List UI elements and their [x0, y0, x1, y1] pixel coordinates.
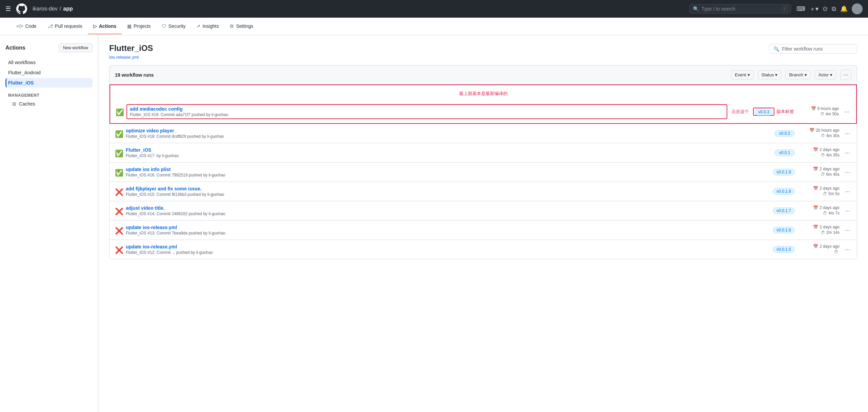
- run-more-button[interactable]: ···: [843, 107, 851, 117]
- issues-icon[interactable]: ⊙: [823, 5, 828, 13]
- table-row: ❌ update ios-release.yml Flutter_iOS #13…: [110, 221, 857, 240]
- run-name[interactable]: Flutter_iOS: [126, 147, 770, 153]
- run-time: 📅 2 days ago ⏱ 4m 35s: [799, 147, 840, 158]
- sidebar: Actions New workflow All workflows Flutt…: [0, 35, 98, 412]
- run-info: update ios-release.yml Flutter_iOS #12: …: [126, 244, 769, 255]
- run-time: 📅 2 days ago ⏱ 2m 14s: [799, 225, 840, 236]
- nav-label-settings: Settings: [236, 23, 253, 29]
- run-name[interactable]: add mediacodec config: [130, 106, 724, 112]
- sidebar-item-caches[interactable]: ⊞ Caches: [5, 99, 93, 109]
- run-status-icon: ❌: [115, 227, 122, 233]
- more-options-button[interactable]: ···: [840, 70, 851, 80]
- search-input[interactable]: [702, 6, 780, 12]
- nav-item-insights[interactable]: ↗ Insights: [191, 19, 224, 34]
- nav-item-security[interactable]: 🛡 Security: [156, 19, 191, 34]
- clock-icon: ⏱: [821, 133, 825, 138]
- run-status-icon: ✅: [115, 149, 122, 156]
- run-meta: Flutter_iOS #13: Commit 7bea9da pushed b…: [126, 231, 769, 236]
- pullrequest-icon[interactable]: ⧉: [832, 5, 836, 13]
- actor-chevron-icon: ▾: [830, 72, 832, 77]
- run-more-button[interactable]: ···: [844, 167, 851, 177]
- run-duration: 4m 35s: [826, 153, 840, 157]
- nav-item-settings[interactable]: ⚙ Settings: [224, 19, 259, 34]
- nav-item-projects[interactable]: ▦ Projects: [122, 19, 156, 34]
- filter-input[interactable]: [782, 46, 853, 52]
- nav-label-actions: Actions: [99, 23, 116, 29]
- caches-label: Caches: [19, 101, 35, 107]
- status-chevron-icon: ▾: [775, 72, 777, 77]
- table-row: ❌ update ios-release.yml Flutter_iOS #12…: [110, 240, 857, 259]
- run-name[interactable]: adjust video title.: [126, 205, 769, 211]
- run-more-button[interactable]: ···: [844, 245, 851, 255]
- event-filter-label: Event: [735, 72, 746, 77]
- caches-icon: ⊞: [12, 101, 16, 107]
- version-badge: v0.0.3: [754, 109, 773, 115]
- nav-item-code[interactable]: </> Code: [11, 19, 42, 34]
- branch-filter-button[interactable]: Branch ▾: [785, 70, 810, 79]
- nav-item-actions[interactable]: ▷ Actions: [88, 19, 122, 34]
- run-status-icon: ❌: [115, 207, 122, 214]
- code-icon: </>: [16, 23, 23, 29]
- annotation-click-note: 点击这个: [731, 109, 749, 115]
- run-more-button[interactable]: ···: [844, 148, 851, 158]
- run-more-button[interactable]: ···: [844, 225, 851, 235]
- run-time: 📅 9 hours ago ⏱ 4m 50s: [798, 106, 839, 117]
- new-workflow-button[interactable]: New workflow: [59, 43, 93, 52]
- event-filter-button[interactable]: Event ▾: [731, 70, 753, 79]
- nav-item-pullrequests[interactable]: ⎇ Pull requests: [42, 19, 88, 34]
- svg-point-0: [855, 5, 860, 10]
- version-badge: v0.0.1.5: [773, 246, 795, 253]
- avatar[interactable]: [852, 3, 863, 14]
- nav-label-pullrequests: Pull requests: [55, 23, 82, 29]
- run-more-button[interactable]: ···: [844, 129, 851, 138]
- sidebar-item-flutter-ios[interactable]: Flutter_iOS: [5, 78, 93, 88]
- version-badge: v0.0.1: [774, 149, 795, 156]
- run-time-ago: 2 days ago: [820, 225, 840, 229]
- annotation-top-note: 最上面基本是最新编译的: [459, 91, 508, 97]
- run-time-ago: 2 days ago: [820, 186, 840, 191]
- calendar-icon: 📅: [811, 106, 816, 111]
- actions-nav-icon: ▷: [93, 23, 97, 29]
- table-row: ✅ Flutter_iOS Flutter_iOS #17: by li-guo…: [110, 143, 857, 163]
- terminal-icon[interactable]: ⌨: [796, 5, 805, 13]
- insights-nav-icon: ↗: [196, 23, 200, 29]
- run-name[interactable]: optimize video player: [126, 128, 770, 133]
- run-info: adjust video title. Flutter_iOS #14: Com…: [126, 205, 769, 216]
- pr-nav-icon: ⎇: [47, 23, 53, 29]
- run-name[interactable]: update ios-release.yml: [126, 244, 769, 249]
- repo-owner[interactable]: ikaros-dev: [33, 6, 58, 12]
- actor-filter-button[interactable]: Actor ▾: [815, 70, 836, 79]
- run-name[interactable]: update ios-release.yml: [126, 225, 769, 230]
- branch-chevron-icon: ▾: [805, 72, 807, 77]
- status-filter-label: Status: [762, 72, 774, 77]
- runs-count: 19 workflow runs: [115, 72, 154, 78]
- github-logo[interactable]: [16, 3, 27, 14]
- run-duration: 5m 5s: [828, 191, 840, 196]
- add-button[interactable]: ＋▾: [809, 5, 818, 13]
- sidebar-item-flutter-android[interactable]: Flutter_Android: [5, 68, 93, 77]
- calendar-icon: 📅: [813, 225, 818, 229]
- filter-search-icon: 🔍: [773, 46, 779, 52]
- notification-icon[interactable]: 🔔: [840, 5, 848, 13]
- repo-breadcrumb: ikaros-dev / app: [33, 6, 73, 12]
- run-status-icon: ❌: [115, 188, 122, 195]
- table-row: 最上面基本是最新编译的 ✅ add mediacodec config Flut…: [110, 85, 857, 124]
- run-meta: Flutter_iOS #19: Commit ada71f7 pushed b…: [130, 112, 724, 117]
- repo-name[interactable]: app: [63, 6, 73, 12]
- sidebar-item-all-workflows[interactable]: All workflows: [5, 58, 93, 67]
- clock-icon: ⏱: [821, 230, 825, 235]
- workflow-file-link[interactable]: ios-release.yml: [109, 55, 139, 60]
- hamburger-icon[interactable]: ☰: [5, 5, 11, 13]
- run-name[interactable]: update ios info plist: [126, 167, 769, 172]
- run-name[interactable]: add fijkplayer and fix some issue.: [126, 186, 769, 191]
- top-nav: ☰ ikaros-dev / app 🔍 / ⌨ ＋▾ ⊙ ⧉ 🔔: [0, 0, 868, 18]
- event-chevron-icon: ▾: [748, 72, 750, 77]
- search-slash-icon: /: [782, 6, 787, 12]
- table-row: ✅ update ios info plist Flutter_iOS #16:…: [110, 163, 857, 182]
- run-more-button[interactable]: ···: [844, 187, 851, 196]
- run-status-icon: ✅: [115, 169, 122, 175]
- status-filter-button[interactable]: Status ▾: [758, 70, 782, 79]
- run-duration: 4m 30s: [826, 133, 840, 138]
- run-info: Flutter_iOS Flutter_iOS #17: by li-guoha…: [126, 147, 770, 158]
- run-more-button[interactable]: ···: [844, 206, 851, 216]
